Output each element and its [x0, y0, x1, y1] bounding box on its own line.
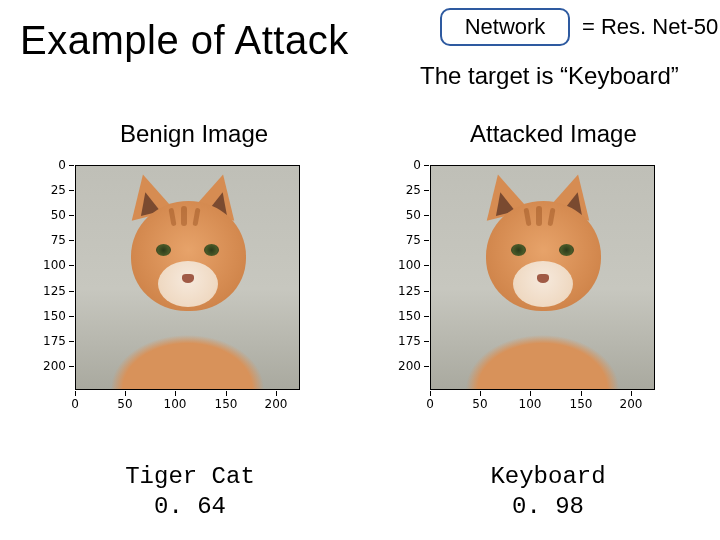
network-badge-label: Network	[465, 14, 546, 40]
caption-attacked: Keyboard 0. 98	[418, 462, 678, 522]
column-title-benign: Benign Image	[120, 120, 268, 148]
benign-image-plot	[75, 165, 300, 390]
column-title-attacked: Attacked Image	[470, 120, 637, 148]
figure-attacked: 0 25 50 75 100 125 150 175 200 0 50 100 …	[385, 155, 685, 435]
network-equals-text: = Res. Net-50	[582, 14, 718, 40]
caption-attacked-confidence: 0. 98	[418, 492, 678, 522]
target-statement: The target is “Keyboard”	[420, 62, 679, 90]
caption-benign-confidence: 0. 64	[60, 492, 320, 522]
caption-benign-label: Tiger Cat	[60, 462, 320, 492]
attacked-image-plot	[430, 165, 655, 390]
caption-attacked-label: Keyboard	[418, 462, 678, 492]
slide-title: Example of Attack	[20, 18, 349, 63]
network-badge: Network	[440, 8, 570, 46]
caption-benign: Tiger Cat 0. 64	[60, 462, 320, 522]
figure-benign: 0 25 50 75 100 125 150 175 200 0 50 100 …	[30, 155, 330, 435]
